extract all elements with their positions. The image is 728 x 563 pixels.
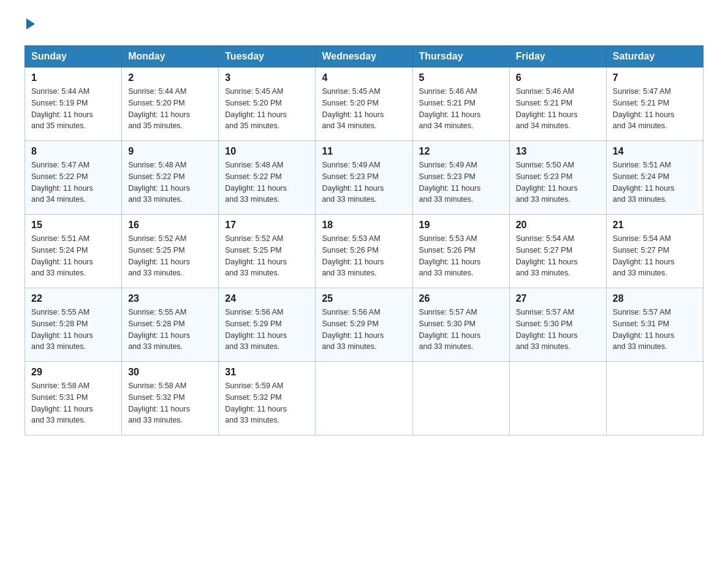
weekday-header-saturday: Saturday [606, 46, 703, 67]
day-number: 25 [322, 293, 406, 304]
day-info: Sunrise: 5:47 AMSunset: 5:22 PMDaylight:… [31, 159, 115, 205]
logo [25, 18, 35, 33]
weekday-header-monday: Monday [122, 46, 219, 67]
day-number: 3 [225, 72, 309, 83]
day-number: 14 [613, 146, 697, 157]
day-number: 20 [516, 220, 600, 231]
day-info: Sunrise: 5:55 AMSunset: 5:28 PMDaylight:… [31, 307, 115, 353]
calendar-cell: 12Sunrise: 5:49 AMSunset: 5:23 PMDayligh… [412, 141, 509, 215]
calendar-body: 1Sunrise: 5:44 AMSunset: 5:19 PMDaylight… [25, 67, 703, 435]
calendar-cell: 11Sunrise: 5:49 AMSunset: 5:23 PMDayligh… [316, 141, 412, 215]
day-info: Sunrise: 5:49 AMSunset: 5:23 PMDaylight:… [419, 159, 503, 205]
day-number: 26 [419, 293, 503, 304]
calendar-cell: 24Sunrise: 5:56 AMSunset: 5:29 PMDayligh… [219, 288, 316, 362]
calendar-cell: 9Sunrise: 5:48 AMSunset: 5:22 PMDaylight… [122, 141, 219, 215]
calendar-cell: 5Sunrise: 5:46 AMSunset: 5:21 PMDaylight… [412, 67, 509, 141]
calendar-cell: 28Sunrise: 5:57 AMSunset: 5:31 PMDayligh… [606, 288, 703, 362]
weekday-header-sunday: Sunday [25, 46, 122, 67]
day-info: Sunrise: 5:57 AMSunset: 5:30 PMDaylight:… [516, 307, 600, 353]
day-info: Sunrise: 5:53 AMSunset: 5:26 PMDaylight:… [419, 233, 503, 279]
day-number: 24 [225, 293, 309, 304]
day-info: Sunrise: 5:55 AMSunset: 5:28 PMDaylight:… [128, 307, 212, 353]
calendar-cell: 21Sunrise: 5:54 AMSunset: 5:27 PMDayligh… [606, 215, 703, 288]
calendar-week-row: 15Sunrise: 5:51 AMSunset: 5:24 PMDayligh… [25, 215, 703, 288]
day-number: 6 [516, 72, 600, 83]
calendar-cell: 19Sunrise: 5:53 AMSunset: 5:26 PMDayligh… [412, 215, 509, 288]
day-info: Sunrise: 5:50 AMSunset: 5:23 PMDaylight:… [516, 159, 600, 205]
calendar-cell [412, 362, 509, 435]
calendar-week-row: 1Sunrise: 5:44 AMSunset: 5:19 PMDaylight… [25, 67, 703, 141]
day-info: Sunrise: 5:57 AMSunset: 5:30 PMDaylight:… [419, 307, 503, 353]
day-number: 4 [322, 72, 406, 83]
calendar-cell: 6Sunrise: 5:46 AMSunset: 5:21 PMDaylight… [509, 67, 606, 141]
day-number: 15 [31, 220, 115, 231]
day-number: 7 [613, 72, 697, 83]
day-number: 28 [613, 293, 697, 304]
calendar-cell: 4Sunrise: 5:45 AMSunset: 5:20 PMDaylight… [316, 67, 412, 141]
day-number: 8 [31, 146, 115, 157]
calendar-cell [509, 362, 606, 435]
weekday-header-row: SundayMondayTuesdayWednesdayThursdayFrid… [25, 46, 703, 67]
calendar-cell: 16Sunrise: 5:52 AMSunset: 5:25 PMDayligh… [122, 215, 219, 288]
day-number: 17 [225, 220, 309, 231]
weekday-header-wednesday: Wednesday [316, 46, 412, 67]
calendar-cell: 17Sunrise: 5:52 AMSunset: 5:25 PMDayligh… [219, 215, 316, 288]
calendar-cell: 7Sunrise: 5:47 AMSunset: 5:21 PMDaylight… [606, 67, 703, 141]
day-info: Sunrise: 5:51 AMSunset: 5:24 PMDaylight:… [31, 233, 115, 279]
weekday-header-friday: Friday [509, 46, 606, 67]
calendar-cell: 18Sunrise: 5:53 AMSunset: 5:26 PMDayligh… [316, 215, 412, 288]
day-info: Sunrise: 5:56 AMSunset: 5:29 PMDaylight:… [322, 307, 406, 353]
day-info: Sunrise: 5:44 AMSunset: 5:19 PMDaylight:… [31, 86, 115, 132]
day-number: 10 [225, 146, 309, 157]
calendar-cell: 26Sunrise: 5:57 AMSunset: 5:30 PMDayligh… [412, 288, 509, 362]
calendar-cell: 10Sunrise: 5:48 AMSunset: 5:22 PMDayligh… [219, 141, 316, 215]
day-info: Sunrise: 5:58 AMSunset: 5:31 PMDaylight:… [31, 380, 115, 426]
day-number: 2 [128, 72, 212, 83]
day-info: Sunrise: 5:51 AMSunset: 5:24 PMDaylight:… [613, 159, 697, 205]
day-number: 23 [128, 293, 212, 304]
calendar-cell: 27Sunrise: 5:57 AMSunset: 5:30 PMDayligh… [509, 288, 606, 362]
calendar-cell: 1Sunrise: 5:44 AMSunset: 5:19 PMDaylight… [25, 67, 122, 141]
day-info: Sunrise: 5:49 AMSunset: 5:23 PMDaylight:… [322, 159, 406, 205]
day-number: 18 [322, 220, 406, 231]
day-number: 30 [128, 367, 212, 378]
day-number: 13 [516, 146, 600, 157]
day-info: Sunrise: 5:53 AMSunset: 5:26 PMDaylight:… [322, 233, 406, 279]
calendar-cell: 23Sunrise: 5:55 AMSunset: 5:28 PMDayligh… [122, 288, 219, 362]
day-info: Sunrise: 5:52 AMSunset: 5:25 PMDaylight:… [128, 233, 212, 279]
day-number: 19 [419, 220, 503, 231]
calendar-cell: 3Sunrise: 5:45 AMSunset: 5:20 PMDaylight… [219, 67, 316, 141]
day-number: 11 [322, 146, 406, 157]
day-number: 22 [31, 293, 115, 304]
day-info: Sunrise: 5:46 AMSunset: 5:21 PMDaylight:… [516, 86, 600, 132]
day-info: Sunrise: 5:48 AMSunset: 5:22 PMDaylight:… [128, 159, 212, 205]
calendar-week-row: 22Sunrise: 5:55 AMSunset: 5:28 PMDayligh… [25, 288, 703, 362]
calendar-cell: 14Sunrise: 5:51 AMSunset: 5:24 PMDayligh… [606, 141, 703, 215]
day-info: Sunrise: 5:45 AMSunset: 5:20 PMDaylight:… [225, 86, 309, 132]
calendar-cell: 2Sunrise: 5:44 AMSunset: 5:20 PMDaylight… [122, 67, 219, 141]
calendar-week-row: 29Sunrise: 5:58 AMSunset: 5:31 PMDayligh… [25, 362, 703, 435]
day-info: Sunrise: 5:59 AMSunset: 5:32 PMDaylight:… [225, 380, 309, 426]
day-info: Sunrise: 5:56 AMSunset: 5:29 PMDaylight:… [225, 307, 309, 353]
day-info: Sunrise: 5:54 AMSunset: 5:27 PMDaylight:… [613, 233, 697, 279]
day-info: Sunrise: 5:52 AMSunset: 5:25 PMDaylight:… [225, 233, 309, 279]
calendar-cell: 20Sunrise: 5:54 AMSunset: 5:27 PMDayligh… [509, 215, 606, 288]
day-info: Sunrise: 5:45 AMSunset: 5:20 PMDaylight:… [322, 86, 406, 132]
day-number: 12 [419, 146, 503, 157]
day-number: 5 [419, 72, 503, 83]
calendar-cell: 15Sunrise: 5:51 AMSunset: 5:24 PMDayligh… [25, 215, 122, 288]
day-info: Sunrise: 5:57 AMSunset: 5:31 PMDaylight:… [613, 307, 697, 353]
day-number: 31 [225, 367, 309, 378]
day-info: Sunrise: 5:47 AMSunset: 5:21 PMDaylight:… [613, 86, 697, 132]
calendar-cell: 22Sunrise: 5:55 AMSunset: 5:28 PMDayligh… [25, 288, 122, 362]
day-number: 29 [31, 367, 115, 378]
day-info: Sunrise: 5:54 AMSunset: 5:27 PMDaylight:… [516, 233, 600, 279]
calendar-cell [606, 362, 703, 435]
day-number: 21 [613, 220, 697, 231]
calendar-cell: 25Sunrise: 5:56 AMSunset: 5:29 PMDayligh… [316, 288, 412, 362]
weekday-header-thursday: Thursday [412, 46, 509, 67]
day-number: 1 [31, 72, 115, 83]
weekday-header-tuesday: Tuesday [219, 46, 316, 67]
calendar-header: SundayMondayTuesdayWednesdayThursdayFrid… [25, 46, 703, 67]
calendar-cell: 30Sunrise: 5:58 AMSunset: 5:32 PMDayligh… [122, 362, 219, 435]
